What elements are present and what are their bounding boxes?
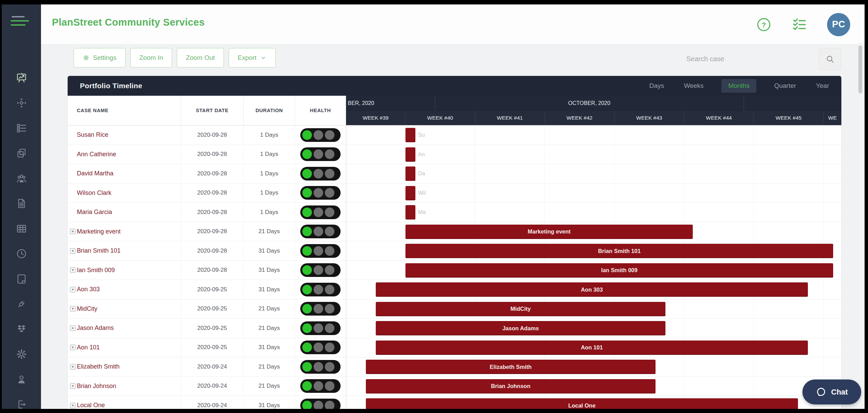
gantt-bar-label: Ian Smith 009 (599, 267, 639, 274)
column-header-health: HEALTH (295, 96, 346, 125)
expand-plus-icon[interactable]: + (70, 248, 75, 254)
health-traffic-light[interactable] (300, 379, 341, 393)
chat-button[interactable]: Chat (802, 379, 861, 404)
health-traffic-light[interactable] (300, 147, 341, 161)
health-dot-gray (325, 304, 334, 314)
view-tab-year[interactable]: Year (814, 79, 831, 93)
case-name[interactable]: Brian Smith 101 (77, 247, 121, 254)
zoom-in-button[interactable]: Zoom In (130, 48, 173, 68)
health-traffic-light[interactable] (300, 205, 341, 219)
gantt-bar[interactable] (405, 147, 415, 162)
plug-integrations-icon[interactable] (2, 292, 41, 317)
timeline-header: BER, 2020OCTOBER, 2020 WEEK #39WEEK #40W… (346, 96, 841, 125)
case-name[interactable]: Aon 101 (77, 344, 100, 351)
move-arrows-icon[interactable] (2, 91, 41, 116)
clock-history-icon[interactable] (2, 241, 41, 267)
gantt-bar[interactable]: Aon 101 (376, 341, 808, 355)
case-name[interactable]: Wilson Clark (77, 189, 111, 197)
expand-plus-icon[interactable]: + (70, 267, 75, 273)
health-traffic-light[interactable] (300, 360, 341, 374)
gantt-bar[interactable]: Jason Adams (376, 321, 665, 335)
view-tab-days[interactable]: Days (647, 79, 666, 93)
expand-plus-icon[interactable]: + (70, 364, 75, 370)
task-list-icon[interactable] (2, 116, 41, 141)
gantt-bar[interactable]: Brian Johnson (366, 379, 656, 394)
zoom-out-button[interactable]: Zoom Out (177, 48, 224, 68)
settings-button[interactable]: Settings (73, 48, 126, 68)
case-name[interactable]: MidCity (77, 305, 97, 312)
search-input[interactable] (686, 50, 819, 69)
gantt-bar[interactable]: Elizabeth Smith (366, 360, 656, 374)
expand-plus-icon[interactable]: + (70, 383, 75, 389)
storage-box-icon[interactable] (2, 317, 41, 342)
health-traffic-light[interactable] (300, 128, 341, 142)
health-traffic-light[interactable] (300, 341, 341, 354)
settings-label: Settings (93, 54, 116, 62)
health-dot-green (302, 246, 312, 256)
case-name[interactable]: Marketing event (77, 228, 121, 235)
health-traffic-light[interactable] (300, 399, 341, 409)
scrollbar-thumb[interactable] (858, 45, 862, 93)
health-traffic-light[interactable] (300, 321, 341, 335)
health-traffic-light[interactable] (300, 263, 341, 277)
health-traffic-light[interactable] (300, 244, 341, 258)
logout-icon[interactable] (2, 392, 41, 409)
expand-plus-icon[interactable]: + (70, 306, 75, 311)
health-traffic-light[interactable] (300, 302, 341, 316)
data-table-icon[interactable] (2, 216, 41, 241)
gantt-bar[interactable]: Aon 303 (376, 282, 808, 297)
case-name[interactable]: David Martha (77, 170, 113, 177)
gantt-bar[interactable] (405, 205, 415, 219)
case-name[interactable]: Jason Adams (77, 324, 114, 332)
tasks-checklist-icon[interactable] (791, 17, 807, 32)
health-dot-gray (325, 208, 334, 217)
expand-plus-icon[interactable]: + (70, 325, 75, 331)
case-name[interactable]: Brian Johnson (77, 383, 116, 390)
start-date: 2020-09-28 (181, 145, 244, 164)
health-traffic-light[interactable] (300, 283, 341, 296)
gantt-bar[interactable]: Brian Smith 101 (405, 244, 833, 258)
gantt-bar[interactable] (405, 186, 415, 200)
health-traffic-light[interactable] (300, 225, 341, 238)
case-name[interactable]: Susan Rice (77, 131, 108, 138)
gantt-bar[interactable]: Local One (366, 398, 798, 409)
health-cell (295, 222, 346, 241)
user-profile-icon[interactable] (2, 367, 41, 392)
dashboard-chart-icon[interactable] (2, 65, 41, 91)
case-name[interactable]: Local One (77, 402, 105, 409)
hamburger-line (11, 24, 26, 26)
hamburger-menu-icon[interactable] (11, 16, 30, 30)
case-name[interactable]: Aon 303 (77, 286, 100, 293)
case-name[interactable]: Elizabeth Smith (77, 363, 120, 370)
health-traffic-light[interactable] (300, 167, 341, 181)
export-button[interactable]: Export (229, 48, 276, 68)
expand-plus-icon[interactable]: + (70, 287, 75, 292)
health-traffic-light[interactable] (300, 186, 341, 200)
gantt-bar[interactable]: Marketing event (405, 225, 693, 239)
team-users-icon[interactable] (2, 166, 41, 191)
settings-gear-icon[interactable] (2, 342, 41, 367)
case-name[interactable]: Ann Catherine (77, 151, 116, 158)
gantt-bar[interactable]: Ian Smith 009 (405, 263, 833, 278)
expand-plus-icon[interactable]: + (70, 229, 75, 234)
help-icon[interactable]: ? (756, 17, 772, 32)
view-tab-months[interactable]: Months (721, 79, 756, 93)
view-tab-weeks[interactable]: Weeks (682, 79, 706, 93)
case-name[interactable]: Ian Smith 009 (77, 267, 115, 274)
view-tab-quarter[interactable]: Quarter (772, 79, 798, 93)
chat-label: Chat (831, 388, 848, 397)
gantt-bar[interactable] (405, 128, 415, 142)
case-name[interactable]: Maria Garcia (77, 209, 112, 216)
expand-plus-icon[interactable]: + (70, 345, 75, 350)
expand-plus-icon[interactable]: + (70, 403, 75, 408)
health-cell (295, 319, 346, 338)
notebook-icon[interactable] (2, 266, 41, 292)
document-report-icon[interactable] (2, 191, 41, 216)
health-dot-green (302, 323, 312, 333)
gantt-bar[interactable]: MidCity (376, 302, 665, 316)
copy-pages-icon[interactable] (2, 141, 41, 166)
gear-icon (83, 54, 89, 61)
search-button[interactable] (819, 48, 841, 70)
user-avatar[interactable]: PC (827, 13, 850, 36)
gantt-bar[interactable] (405, 166, 415, 181)
